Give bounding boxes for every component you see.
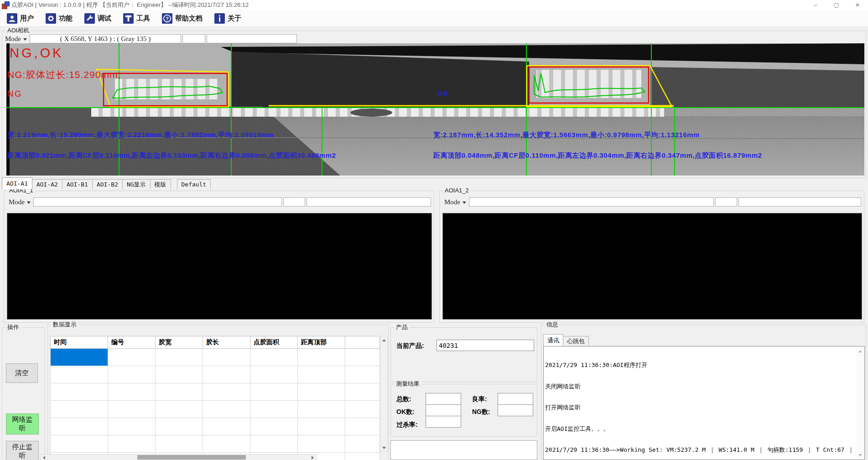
table-cell[interactable] [345, 418, 380, 435]
table-cell[interactable] [203, 418, 250, 435]
maximize-button[interactable]: ▢ [826, 0, 847, 10]
table-horizontal-scrollbar[interactable] [40, 454, 317, 460]
table-cell[interactable] [298, 418, 345, 435]
table-cell[interactable] [203, 401, 250, 418]
menu-about[interactable]: 关于 [210, 12, 245, 25]
table-cell[interactable] [345, 453, 380, 460]
table-cell[interactable] [156, 366, 203, 383]
scroll-up-icon[interactable] [380, 336, 387, 344]
scroll-down-icon[interactable] [380, 444, 387, 451]
scrollbar-thumb[interactable] [137, 455, 246, 460]
table-cell[interactable] [250, 418, 298, 435]
log-scrollbar[interactable] [857, 346, 864, 460]
selected-cell[interactable] [51, 349, 108, 366]
network-listen-button[interactable]: 网络监听 [6, 413, 39, 434]
table-cell[interactable] [298, 435, 345, 453]
col-length[interactable]: 胶长 [203, 336, 250, 349]
table-cell[interactable] [250, 401, 298, 418]
table-cell[interactable] [250, 435, 298, 453]
menu-help[interactable]: ? 帮助文档 [158, 12, 207, 25]
table-cell[interactable] [298, 401, 345, 418]
table-cell[interactable] [156, 349, 203, 366]
table-cell[interactable] [51, 418, 108, 435]
table-cell[interactable] [108, 435, 156, 453]
aoia1-1-image-view[interactable] [7, 213, 432, 320]
aoia1-2-field-1[interactable] [469, 197, 714, 207]
menu-user[interactable]: 用户 [3, 12, 38, 25]
stop-listen-button[interactable]: 停止监听 [6, 441, 39, 460]
table-cell[interactable] [345, 349, 380, 366]
scroll-down-icon[interactable] [857, 451, 863, 459]
aoia1-1-groupbox: AOIA1_1 Mode [4, 191, 434, 323]
aoia1-2-mode-dropdown[interactable]: Mode [443, 198, 469, 206]
aoia1-1-mode-dropdown[interactable]: Mode [8, 198, 33, 206]
table-cell[interactable] [156, 401, 203, 418]
tab-ng-display[interactable]: NG显示 [122, 179, 151, 189]
table-cell[interactable] [51, 366, 108, 383]
table-cell[interactable] [156, 435, 203, 453]
table-cell[interactable] [108, 366, 156, 383]
camera-image-view[interactable]: NG,OK NG:胶体过长:15.290mm, NG OK 宽:2.218mm,… [6, 43, 864, 176]
product-groupbox: 产品 当前产品: [390, 327, 537, 382]
table-cell[interactable] [156, 383, 203, 401]
col-width[interactable]: 胶宽 [156, 336, 203, 349]
aoia1-1-field-3[interactable] [307, 197, 431, 207]
table-cell[interactable] [345, 383, 380, 401]
col-area[interactable]: 点胶面积 [250, 336, 298, 349]
close-button[interactable]: ✕ [847, 0, 868, 10]
aoia1-2-field-2[interactable] [715, 197, 737, 207]
table-cell[interactable] [156, 418, 203, 435]
table-cell[interactable] [250, 366, 298, 383]
table-cell[interactable] [250, 383, 298, 401]
table-cell[interactable] [108, 383, 156, 401]
table-cell[interactable] [203, 366, 250, 383]
tab-template[interactable]: 模版 [150, 179, 171, 189]
clear-button[interactable]: 清空 [6, 363, 38, 383]
table-cell[interactable] [345, 401, 380, 418]
table-cell[interactable] [203, 383, 250, 401]
tab-aoi-b1[interactable]: AOI-B1 [62, 179, 93, 189]
table-cell[interactable] [203, 349, 250, 366]
table-cell[interactable] [345, 435, 380, 453]
table-row [51, 418, 380, 435]
table-cell[interactable] [345, 366, 380, 383]
col-id[interactable]: 编号 [108, 336, 156, 349]
minimize-button[interactable]: – [805, 0, 826, 10]
comm-log[interactable]: 2021/7/29 11:36:30:AOI程序打开 关闭网络监听 打开网络监听… [543, 346, 865, 460]
table-cell[interactable] [298, 349, 345, 366]
table-cell[interactable] [51, 435, 108, 453]
table-cell[interactable] [108, 349, 156, 366]
aoia1-1-field-1[interactable] [33, 197, 282, 207]
camera-reserved-field-1[interactable] [182, 34, 205, 43]
aoia1-2-field-3[interactable] [738, 197, 861, 207]
camera-reserved-field-2[interactable] [207, 34, 297, 43]
tab-heartbeat[interactable]: 心跳包 [563, 336, 589, 346]
camera-mode-dropdown[interactable]: Mode [4, 35, 30, 43]
menu-debug[interactable]: 调试 [80, 12, 115, 25]
scroll-left-icon[interactable] [41, 454, 47, 460]
aoia1-2-image-view[interactable] [442, 213, 862, 320]
menu-tools[interactable]: 工具 [119, 12, 154, 25]
tab-aoi-a1[interactable]: AOI-A1 [2, 177, 32, 189]
scroll-up-icon[interactable] [857, 347, 863, 355]
table-cell[interactable] [298, 383, 345, 401]
tab-aoi-a2[interactable]: AOI-A2 [32, 179, 62, 189]
scroll-right-icon[interactable] [309, 454, 316, 460]
table-vertical-scrollbar[interactable] [380, 336, 388, 452]
menu-function[interactable]: 功能 [42, 12, 77, 25]
table-cell[interactable] [203, 435, 250, 453]
tab-comm[interactable]: 通讯 [543, 334, 563, 346]
aoia1-1-field-2[interactable] [283, 197, 305, 207]
table-cell[interactable] [51, 383, 108, 401]
table-cell[interactable] [298, 366, 345, 383]
tab-aoi-b2[interactable]: AOI-B2 [92, 179, 123, 189]
table-cell[interactable] [51, 401, 108, 418]
current-product-input[interactable] [437, 340, 534, 351]
table-cell[interactable] [250, 349, 298, 366]
tab-default[interactable]: Default [177, 179, 211, 189]
col-top-dist[interactable]: 距离顶部 [298, 336, 345, 349]
table-cell[interactable] [108, 418, 156, 435]
col-time[interactable]: 时间 [51, 336, 108, 349]
table-header-row: 时间 编号 胶宽 胶长 点胶面积 距离顶部 [51, 336, 380, 349]
table-cell[interactable] [108, 401, 156, 418]
